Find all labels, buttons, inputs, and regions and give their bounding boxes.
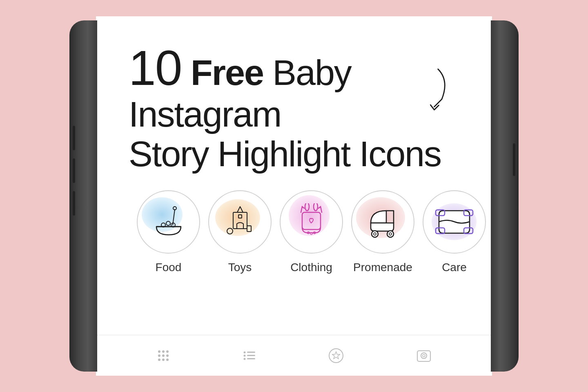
clothing-label: Clothing [290, 261, 332, 274]
title-area: 10 Free Baby Instagram Story Highlight I… [129, 41, 459, 174]
care-icon [435, 207, 474, 237]
svg-point-11 [305, 203, 309, 211]
svg-rect-35 [247, 352, 255, 353]
svg-point-32 [162, 359, 165, 361]
grid-nav-icon[interactable] [156, 348, 171, 363]
svg-point-30 [166, 354, 169, 357]
svg-point-38 [243, 358, 245, 360]
svg-point-15 [310, 233, 312, 235]
svg-point-17 [372, 231, 378, 237]
promenade-label: Promenade [353, 261, 412, 274]
arrow-decoration [402, 65, 451, 114]
svg-rect-13 [302, 212, 321, 229]
person-nav-icon[interactable] [416, 347, 432, 364]
screen-content: 10 Free Baby Instagram Story Highlight I… [96, 16, 492, 376]
bottom-nav [96, 335, 492, 376]
promenade-icon [363, 203, 403, 240]
icon-item-toys: Toys [208, 190, 272, 274]
svg-point-40 [329, 349, 343, 363]
icon-item-care: Care [423, 190, 486, 274]
svg-point-42 [421, 353, 427, 359]
svg-point-4 [166, 221, 170, 225]
svg-point-43 [423, 354, 425, 357]
icon-item-clothing: Clothing [280, 190, 343, 274]
svg-point-9 [227, 228, 233, 234]
svg-rect-37 [247, 355, 255, 356]
title-line2: Story Highlight Icons [129, 134, 441, 174]
svg-point-31 [158, 359, 160, 361]
icon-circle-clothing [280, 190, 343, 254]
svg-point-27 [166, 350, 169, 353]
svg-point-26 [162, 350, 165, 353]
phone-left-edge [69, 20, 97, 372]
icon-item-food: Food [137, 190, 200, 274]
icons-row: Food [129, 190, 459, 274]
toys-label: Toys [228, 261, 252, 274]
svg-point-34 [243, 351, 245, 353]
icon-circle-toys [208, 190, 272, 254]
clothing-icon [296, 203, 327, 240]
icon-circle-care [423, 190, 486, 254]
phone-right-edge [491, 20, 519, 372]
svg-point-25 [158, 350, 160, 353]
svg-point-33 [166, 359, 169, 361]
list-nav-icon[interactable] [242, 348, 257, 363]
svg-point-28 [158, 354, 160, 357]
svg-rect-39 [247, 358, 255, 359]
toys-icon [222, 203, 258, 240]
svg-point-36 [243, 354, 245, 356]
icon-item-promenade: Promenade [351, 190, 414, 274]
svg-point-18 [387, 231, 394, 237]
care-label: Care [442, 261, 467, 274]
svg-rect-10 [247, 226, 251, 232]
icon-circle-food [137, 190, 200, 254]
icon-circle-promenade [351, 190, 414, 254]
svg-marker-6 [237, 207, 243, 212]
food-label: Food [156, 261, 182, 274]
title-number: 10 [129, 40, 181, 95]
svg-point-29 [162, 354, 165, 357]
svg-rect-8 [238, 215, 242, 218]
title-bold: Free [191, 52, 263, 93]
page-wrapper: 10 Free Baby Instagram Story Highlight I… [0, 0, 588, 392]
svg-rect-41 [417, 351, 430, 361]
phone-screen: 10 Free Baby Instagram Story Highlight I… [96, 16, 492, 376]
star-nav-icon[interactable] [328, 347, 344, 364]
food-icon [150, 205, 187, 238]
svg-point-12 [314, 203, 318, 211]
phone-frame: 10 Free Baby Instagram Story Highlight I… [69, 8, 519, 384]
